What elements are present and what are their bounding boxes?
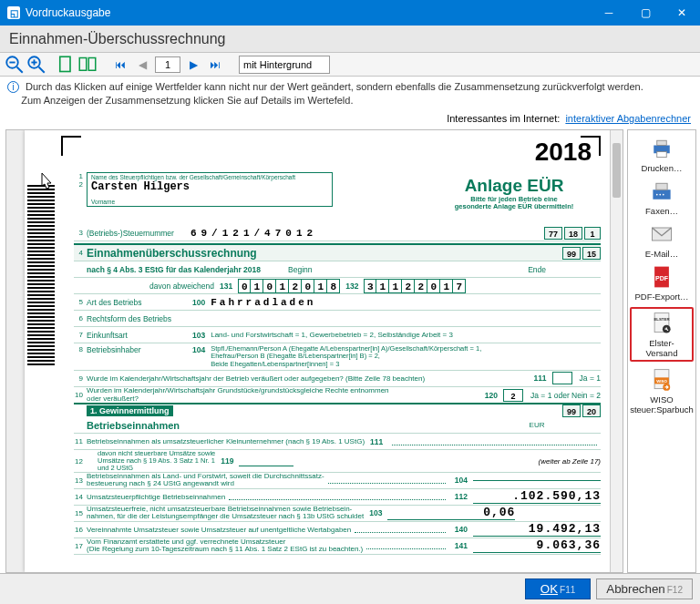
scrollbar[interactable] [610, 130, 623, 572]
svg-rect-11 [657, 140, 667, 145]
section-header: Einnahmenüberschussrechnung [87, 247, 257, 260]
pdf-export-button[interactable]: PDF PDF-Export… [630, 264, 694, 302]
steuernummer-value[interactable]: 69/121/47012 [190, 228, 317, 239]
steuernummer-label: (Betriebs-)Steuernummer [87, 229, 174, 238]
minimize-icon[interactable]: ─ [591, 0, 627, 26]
faxen-button[interactable]: Faxen… [630, 179, 694, 216]
email-button[interactable]: E-Mail… [630, 221, 694, 259]
svg-rect-12 [657, 152, 667, 158]
last-page-icon[interactable]: ⏭ [206, 56, 224, 74]
crop-mark-tl [61, 136, 81, 156]
row-num: 12 [74, 172, 87, 207]
svg-line-1 [17, 67, 23, 72]
prev-page-icon[interactable]: ◀ [133, 56, 151, 74]
wiso-icon: WISO [648, 367, 675, 393]
form-year: 2018 [535, 138, 592, 167]
ok-button[interactable]: OKF11 [525, 578, 592, 599]
hint-text: i Durch das Klicken auf einige Wertfelde… [0, 77, 700, 111]
r9-box[interactable] [552, 372, 572, 384]
svg-rect-7 [60, 56, 70, 71]
abgabenrechner-link[interactable]: interaktiver Abgabenrechner [565, 113, 691, 124]
section1-title: 1. Gewinnermittlung [87, 405, 173, 416]
pdf-icon: PDF [648, 264, 675, 290]
svg-rect-9 [88, 57, 96, 70]
document-pane: 2018 12 Name des Steuerpflichtigen bzw. … [5, 129, 623, 573]
wiso-button[interactable]: WISO WISO steuer:Sparbuch [630, 367, 694, 415]
svg-text:WISO: WISO [656, 379, 667, 384]
zoom-in-icon[interactable] [27, 56, 46, 74]
window-title: Vordruckausgabe [26, 6, 110, 19]
r14-amount[interactable]: .102.590,13 [473, 489, 601, 504]
elster-icon: ELSTER [648, 311, 675, 336]
anlage-heading: Anlage EÜR Bitte für jeden Betrieb eine … [437, 176, 592, 211]
toolbar: ⏮ ◀ ▶ ⏭ mit Hintergrund [0, 53, 700, 77]
footer: OKF11 AbbrechenF12 [0, 573, 700, 604]
fax-icon [648, 179, 675, 204]
beginn-date[interactable]: 01012018 [238, 279, 340, 293]
r15-amount[interactable]: 0,06 [387, 506, 515, 520]
page-number-input[interactable] [155, 56, 180, 73]
page-multi-icon[interactable] [78, 56, 97, 74]
svg-point-15 [656, 194, 658, 196]
svg-rect-13 [653, 189, 670, 200]
printer-icon [648, 136, 675, 161]
first-page-icon[interactable]: ⏮ [111, 56, 129, 74]
next-page-icon[interactable]: ▶ [184, 56, 202, 74]
elster-versand-button[interactable]: ELSTER Elster-Versand [630, 307, 694, 362]
title-bar: ◱ Vordruckausgabe ─ ▢ ✕ [0, 0, 700, 26]
r17-amount[interactable]: 9.063,36 [473, 538, 601, 553]
r13-amount[interactable] [473, 480, 601, 481]
svg-line-4 [39, 67, 45, 72]
barcode [27, 185, 55, 367]
info-icon: i [7, 81, 19, 93]
svg-rect-14 [656, 183, 667, 189]
close-icon[interactable]: ✕ [664, 0, 700, 26]
svg-text:ELSTER: ELSTER [654, 317, 670, 322]
svg-point-17 [663, 194, 664, 196]
form-page: 2018 12 Name des Steuerpflichtigen bzw. … [25, 130, 617, 572]
betrieb-value[interactable]: Fahrradladen [211, 297, 315, 308]
drucken-button[interactable]: Drucken… [630, 136, 694, 173]
ende-date[interactable]: 31122017 [364, 279, 466, 293]
action-sidebar: Drucken… Faxen… E-Mail… PDF PDF-Export… … [627, 129, 696, 573]
maximize-icon[interactable]: ▢ [627, 0, 664, 26]
svg-point-16 [659, 194, 661, 196]
app-icon: ◱ [7, 6, 20, 19]
zoom-out-icon[interactable] [5, 56, 24, 74]
cancel-button[interactable]: AbbrechenF12 [596, 578, 693, 599]
svg-text:PDF: PDF [655, 275, 669, 282]
r16-amount[interactable]: 19.492,13 [473, 522, 601, 537]
svg-rect-8 [79, 57, 87, 70]
name-box[interactable]: Name des Steuerpflichtigen bzw. der Gese… [87, 172, 333, 207]
envelope-icon [648, 221, 675, 247]
r10-box[interactable]: 2 [503, 389, 523, 402]
background-select[interactable]: mit Hintergrund [239, 56, 330, 74]
interest-row: Interessantes im Internet: interaktiver … [0, 111, 700, 128]
page-title: Einnahmen-Überschussrechnung [0, 26, 700, 53]
page-single-icon[interactable] [57, 56, 75, 74]
top-cells: 77 18 1 [544, 227, 601, 240]
